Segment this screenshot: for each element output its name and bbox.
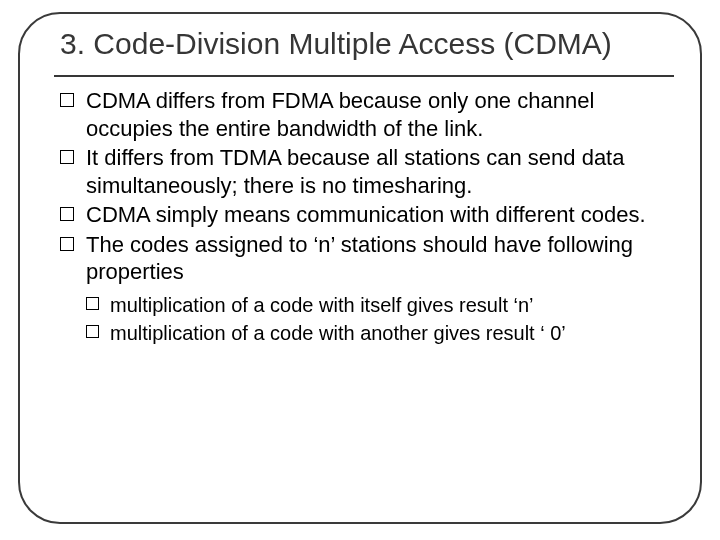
sub-bullet-item: multiplication of a code with itself giv… xyxy=(86,292,670,318)
bullet-item: CDMA differs from FDMA because only one … xyxy=(60,87,670,142)
bullet-text: CDMA differs from FDMA because only one … xyxy=(86,88,594,141)
slide: 3. Code-Division Multiple Access (CDMA) … xyxy=(0,0,720,540)
sub-bullet-text: multiplication of a code with itself giv… xyxy=(110,294,534,316)
sub-bullet-text: multiplication of a code with another gi… xyxy=(110,322,566,344)
bullet-list: CDMA differs from FDMA because only one … xyxy=(60,87,670,286)
slide-title: 3. Code-Division Multiple Access (CDMA) xyxy=(60,26,670,61)
bullet-text: The codes assigned to ‘n’ stations shoul… xyxy=(86,232,633,285)
slide-frame: 3. Code-Division Multiple Access (CDMA) … xyxy=(18,12,702,524)
bullet-item: The codes assigned to ‘n’ stations shoul… xyxy=(60,231,670,286)
bullet-text: It differs from TDMA because all station… xyxy=(86,145,624,198)
sub-bullet-list: multiplication of a code with itself giv… xyxy=(60,292,670,346)
bullet-text: CDMA simply means communication with dif… xyxy=(86,202,646,227)
bullet-item: It differs from TDMA because all station… xyxy=(60,144,670,199)
sub-bullet-item: multiplication of a code with another gi… xyxy=(86,320,670,346)
bullet-item: CDMA simply means communication with dif… xyxy=(60,201,670,229)
title-underline xyxy=(54,75,674,77)
